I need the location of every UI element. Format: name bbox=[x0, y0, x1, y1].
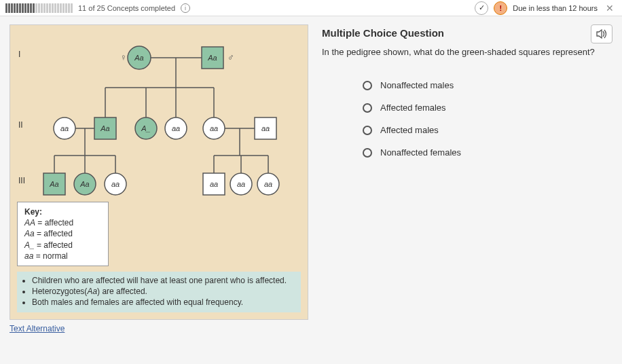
audio-icon[interactable] bbox=[591, 24, 612, 43]
svg-text:Aa: Aa bbox=[79, 180, 89, 188]
svg-text:A_: A_ bbox=[141, 124, 150, 132]
question-panel: Multiple Choice Question In the pedigree… bbox=[322, 24, 612, 333]
due-text: Due in less than 12 hours bbox=[513, 4, 598, 12]
option-2-label: Affected females bbox=[380, 103, 446, 113]
key-title: Key: bbox=[24, 206, 101, 217]
close-icon[interactable]: ✕ bbox=[603, 3, 617, 14]
radio-icon bbox=[363, 126, 372, 135]
gen-II-label: II bbox=[18, 120, 23, 130]
radio-icon bbox=[363, 103, 372, 113]
option-4[interactable]: Nonaffected females bbox=[363, 147, 612, 158]
pedigree-figure: I II III Aa ♀ Aa ♂ aa bbox=[10, 24, 308, 320]
svg-text:aa: aa bbox=[210, 180, 218, 188]
svg-text:Aa: Aa bbox=[100, 124, 109, 132]
svg-text:aa: aa bbox=[237, 180, 245, 188]
svg-text:aa: aa bbox=[172, 124, 180, 132]
svg-text:Aa: Aa bbox=[49, 180, 58, 188]
progress-text: 11 of 25 Concepts completed bbox=[78, 4, 175, 12]
info-icon[interactable]: i bbox=[181, 3, 190, 13]
question-prompt: In the pedigree shown, what do the green… bbox=[322, 47, 612, 57]
option-3-label: Affected males bbox=[380, 125, 439, 135]
option-2[interactable]: Affected females bbox=[363, 103, 612, 113]
svg-text:aa: aa bbox=[210, 124, 218, 132]
female-symbol-icon: ♀ bbox=[120, 52, 127, 62]
alert-icon: ! bbox=[494, 1, 507, 15]
note-2: Heterozygotes(Aa) are affected. bbox=[32, 287, 295, 296]
svg-text:aa: aa bbox=[261, 124, 270, 132]
option-1-label: Nonaffected males bbox=[380, 80, 454, 90]
note-1: Children who are affected will have at l… bbox=[32, 276, 295, 285]
note-3: Both males and females are affected with… bbox=[32, 297, 295, 307]
svg-text:aa: aa bbox=[111, 180, 120, 188]
option-1[interactable]: Nonaffected males bbox=[363, 80, 612, 90]
pedigree-svg: Aa ♀ Aa ♂ aa Aa A_ bbox=[17, 33, 302, 196]
male-symbol-icon: ♂ bbox=[227, 52, 234, 62]
gen-I-label: I bbox=[18, 50, 20, 59]
radio-icon bbox=[363, 148, 372, 158]
key-box: Key: AA = affected Aa = affected A_ = af… bbox=[17, 202, 109, 266]
text-alternative-link[interactable]: Text Alternative bbox=[10, 324, 65, 333]
progress-bar bbox=[5, 3, 73, 13]
notes-list: Children who are affected will have at l… bbox=[17, 272, 301, 312]
question-heading: Multiple Choice Question bbox=[322, 27, 612, 39]
I-mother-genotype: Aa bbox=[134, 54, 143, 62]
option-4-label: Nonaffected females bbox=[380, 147, 461, 158]
top-bar: 11 of 25 Concepts completed i ✓ ! Due in… bbox=[0, 0, 622, 16]
gen-III-label: III bbox=[18, 176, 25, 185]
svg-text:aa: aa bbox=[60, 124, 69, 132]
option-3[interactable]: Affected males bbox=[363, 125, 612, 135]
radio-icon bbox=[363, 81, 372, 90]
I-father-genotype: Aa bbox=[207, 54, 217, 62]
check-icon[interactable]: ✓ bbox=[475, 1, 488, 15]
svg-text:aa: aa bbox=[264, 180, 272, 188]
